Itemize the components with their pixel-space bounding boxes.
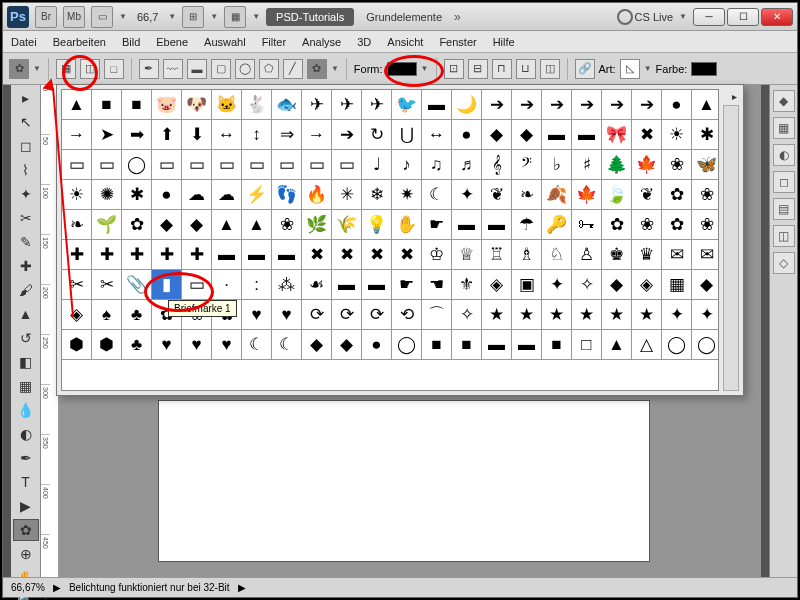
shape-cell[interactable]: ◆ xyxy=(152,210,182,240)
shape-cell[interactable]: ⟳ xyxy=(362,300,392,330)
line-icon[interactable]: ╱ xyxy=(283,59,303,79)
shape-cell[interactable]: ▬ xyxy=(272,240,302,270)
workspace-tab[interactable]: Grundelemente xyxy=(360,8,448,26)
shape-cell[interactable]: ■ xyxy=(92,90,122,120)
shape-cell[interactable]: ✖ xyxy=(632,120,662,150)
shape-cell[interactable]: ◆ xyxy=(482,120,512,150)
lasso-tool[interactable]: ⌇ xyxy=(13,159,39,181)
shape-cell[interactable]: : xyxy=(242,270,272,300)
shape-cell[interactable]: ⇒ xyxy=(272,120,302,150)
shape-cell[interactable]: ✂ xyxy=(92,270,122,300)
shape-cell[interactable]: ➔ xyxy=(512,90,542,120)
shape-preview[interactable] xyxy=(387,62,417,76)
shape-cell[interactable]: ✈ xyxy=(302,90,332,120)
shape-cell[interactable]: ☙ xyxy=(302,270,332,300)
shape-cell[interactable]: ▭ xyxy=(242,150,272,180)
eyedropper-tool[interactable]: ✎ xyxy=(13,231,39,253)
shape-cell[interactable]: ✺ xyxy=(92,180,122,210)
shape-cell[interactable]: □ xyxy=(572,330,602,360)
marquee-tool[interactable]: ◻ xyxy=(13,135,39,157)
shape-tool-icon[interactable]: ✿ xyxy=(9,59,29,79)
dock-layers-icon[interactable]: ▤ xyxy=(773,198,795,220)
shape-cell[interactable]: ✦ xyxy=(662,300,692,330)
freeform-icon[interactable]: 〰 xyxy=(163,59,183,79)
shape-cell[interactable]: ▦ xyxy=(662,270,692,300)
shape-cell[interactable]: 🦋 xyxy=(692,150,719,180)
more-tabs-icon[interactable]: » xyxy=(454,10,461,24)
shape-cell[interactable]: ◆ xyxy=(602,270,632,300)
dock-channels-icon[interactable]: ◫ xyxy=(773,225,795,247)
shape-cell[interactable]: ➔ xyxy=(602,90,632,120)
shape-cell[interactable]: ◯ xyxy=(662,330,692,360)
shape-cell[interactable]: 👣 xyxy=(272,180,302,210)
shape-cell[interactable]: ✚ xyxy=(122,240,152,270)
shape-cell[interactable]: ◯ xyxy=(122,150,152,180)
roundrect-icon[interactable]: ▢ xyxy=(211,59,231,79)
rect-icon[interactable]: ▬ xyxy=(187,59,207,79)
shape-cell[interactable]: ▲ xyxy=(62,90,92,120)
shape-cell[interactable]: ☾ xyxy=(422,180,452,210)
shape-cell[interactable]: ⌒ xyxy=(422,300,452,330)
wand-tool[interactable]: ✦ xyxy=(13,183,39,205)
shape-cell[interactable]: ♪ xyxy=(392,150,422,180)
shape-cell[interactable]: 🍃 xyxy=(602,180,632,210)
menu-datei[interactable]: Datei xyxy=(11,36,37,48)
dock-paths-icon[interactable]: ◇ xyxy=(773,252,795,274)
shape-cell[interactable]: 🐇 xyxy=(242,90,272,120)
shape-cell[interactable]: ● xyxy=(152,180,182,210)
shape-cell[interactable]: ▭ xyxy=(92,150,122,180)
shape-cell[interactable]: ♩ xyxy=(362,150,392,180)
minimize-button[interactable]: ─ xyxy=(693,8,725,26)
shape-cell[interactable]: ⚡ xyxy=(242,180,272,210)
picker-menu-icon[interactable]: ▸ xyxy=(732,91,737,102)
shape-cell[interactable]: ✉ xyxy=(662,240,692,270)
shape-cell[interactable]: △ xyxy=(632,330,662,360)
shape-cell[interactable]: ⬢ xyxy=(92,330,122,360)
shape-cell[interactable]: ● xyxy=(662,90,692,120)
shape-cell[interactable]: 🎀 xyxy=(602,120,632,150)
shape-cell[interactable]: 🗝 xyxy=(572,210,602,240)
shape-cell[interactable]: ♥ xyxy=(212,330,242,360)
combine-5[interactable]: ◫ xyxy=(540,59,560,79)
zoom-display[interactable]: 66,7 xyxy=(133,11,162,23)
shape-cell[interactable]: ⟳ xyxy=(332,300,362,330)
shape-cell[interactable]: ■ xyxy=(452,330,482,360)
shape-cell[interactable]: 🔥 xyxy=(302,180,332,210)
menu-bearbeiten[interactable]: Bearbeiten xyxy=(53,36,106,48)
workspace-tab-active[interactable]: PSD-Tutorials xyxy=(266,8,354,26)
shape-cell[interactable]: ▬ xyxy=(332,270,362,300)
minibridge-button[interactable]: Mb xyxy=(63,6,85,28)
shape-cell[interactable]: 🌿 xyxy=(302,210,332,240)
shape-cell[interactable]: ☛ xyxy=(392,270,422,300)
combine-add[interactable]: ⊡ xyxy=(444,59,464,79)
shape-cell[interactable]: ◈ xyxy=(632,270,662,300)
3d-tool[interactable]: ⊕ xyxy=(13,543,39,565)
shape-cell[interactable]: ★ xyxy=(632,300,662,330)
shape-cell[interactable]: 🌙 xyxy=(452,90,482,120)
shape-cell[interactable]: ▭ xyxy=(212,150,242,180)
pen-icon[interactable]: ✒ xyxy=(139,59,159,79)
shape-cell[interactable]: ▭ xyxy=(332,150,362,180)
shape-cell[interactable]: 📎 xyxy=(122,270,152,300)
shape-cell[interactable]: ▭ xyxy=(182,150,212,180)
shape-cell[interactable]: ★ xyxy=(602,300,632,330)
shape-cell[interactable]: → xyxy=(302,120,332,150)
menu-fenster[interactable]: Fenster xyxy=(439,36,476,48)
shape-cell[interactable]: ▲ xyxy=(212,210,242,240)
shape-cell[interactable]: ✧ xyxy=(452,300,482,330)
brush-tool[interactable]: 🖌 xyxy=(13,279,39,301)
shape-cell[interactable]: ➔ xyxy=(542,90,572,120)
extras-button[interactable]: ▦ xyxy=(224,6,246,28)
shape-cell[interactable]: ♗ xyxy=(512,240,542,270)
shape-cell[interactable]: ♚ xyxy=(602,240,632,270)
shape-cell[interactable]: ▬ xyxy=(452,210,482,240)
shape-cell[interactable]: 💡 xyxy=(362,210,392,240)
stamp-tool[interactable]: ▲ xyxy=(13,303,39,325)
shape-cell[interactable]: ☁ xyxy=(212,180,242,210)
shape-cell[interactable]: 🌲 xyxy=(602,150,632,180)
shape-cell[interactable]: 𝄞 xyxy=(482,150,512,180)
shape-cell[interactable]: ❀ xyxy=(632,210,662,240)
heal-tool[interactable]: ✚ xyxy=(13,255,39,277)
shape-cell[interactable]: ◆ xyxy=(692,270,719,300)
combine-int[interactable]: ⊓ xyxy=(492,59,512,79)
